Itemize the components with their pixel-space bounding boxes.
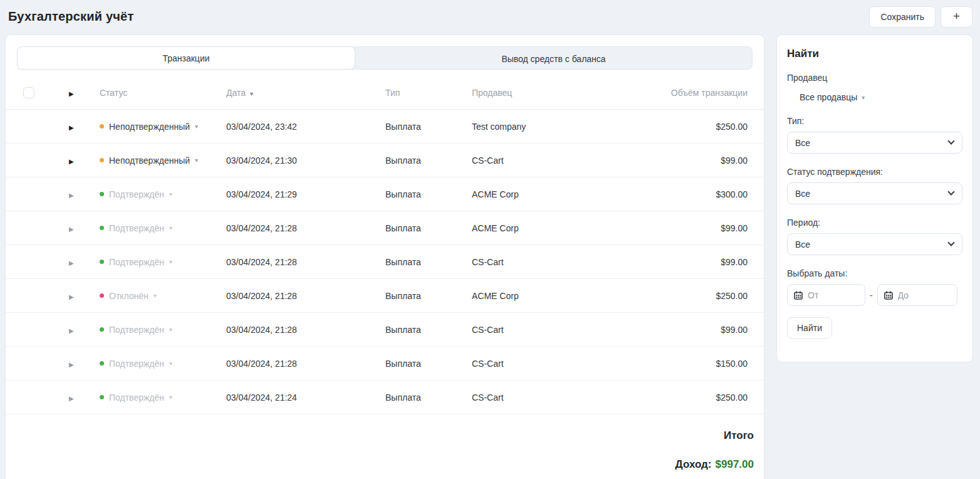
table-row: ▶ Отклонён ▾ 03/04/2024, 21:28 Выплата A… (6, 279, 764, 313)
approval-status-label: Статус подтверждения: (787, 167, 962, 177)
header-buttons: Сохранить + (869, 6, 972, 28)
expand-row-icon[interactable]: ▶ (69, 260, 74, 266)
table-header-row: ▶ Статус Дата▼ Тип Продавец Объём транза… (6, 76, 764, 110)
vendor-cell: ACME Corp (454, 189, 615, 199)
caret-down-icon: ▾ (169, 258, 172, 265)
date-cell: 03/04/2024, 21:29 (209, 189, 368, 199)
status-label: Подтверждён (109, 325, 164, 335)
type-cell: Выплата (368, 359, 454, 369)
vendor-cell: Test company (454, 122, 615, 132)
expand-row-icon[interactable]: ▶ (69, 395, 74, 402)
table-row: ▶ Неподтвержденный ▾ 03/04/2024, 23:42 В… (6, 110, 764, 144)
vendor-cell: CS-Cart (454, 392, 615, 403)
page-header: Бухгалтерский учёт Сохранить + (0, 0, 980, 34)
period-select-wrap: Все (787, 233, 962, 255)
date-cell: 03/04/2024, 21:28 (209, 325, 368, 335)
type-select[interactable]: Все (787, 132, 962, 154)
tab-withdrawals[interactable]: Вывод средств с баланса (355, 47, 752, 70)
amount-cell: $250.00 (615, 291, 764, 301)
income-value: $997.00 (716, 458, 754, 470)
date-cell: 03/04/2024, 23:42 (209, 122, 368, 132)
status-label: Подтверждён (109, 257, 164, 267)
approval-select-wrap: Все (787, 182, 962, 204)
caret-down-icon: ▾ (169, 191, 172, 197)
period-select[interactable]: Все (787, 233, 962, 255)
expand-row-icon[interactable]: ▶ (69, 293, 74, 300)
tab-transactions[interactable]: Транзакции (17, 46, 355, 70)
type-cell: Выплата (368, 392, 454, 403)
transactions-table: ▶ Статус Дата▼ Тип Продавец Объём транза… (6, 76, 764, 414)
transactions-panel: Транзакции Вывод средств с баланса ▶ Ста… (5, 34, 764, 479)
date-cell: 03/04/2024, 21:30 (209, 155, 368, 166)
status-dot-icon (100, 395, 104, 399)
add-button[interactable]: + (941, 6, 972, 28)
period-label: Период: (787, 218, 962, 228)
status-dropdown[interactable]: Неподтвержденный ▾ (82, 155, 209, 166)
expand-all-icon[interactable]: ▶ (69, 90, 74, 97)
type-cell: Выплата (368, 155, 454, 166)
select-all-checkbox[interactable] (23, 87, 34, 98)
amount-cell: $150.00 (615, 359, 764, 369)
status-dropdown[interactable]: Подтверждён ▾ (82, 359, 209, 369)
search-submit-button[interactable]: Найти (787, 317, 832, 339)
status-dot-icon (100, 293, 104, 298)
type-cell: Выплата (368, 122, 454, 132)
status-dropdown[interactable]: Подтверждён ▾ (82, 325, 209, 335)
date-cell: 03/04/2024, 21:28 (209, 359, 368, 369)
caret-down-icon: ▾ (154, 292, 157, 299)
date-to-input[interactable] (898, 290, 947, 300)
column-header-vendor: Продавец (454, 88, 615, 98)
table-row: ▶ Подтверждён ▾ 03/04/2024, 21:24 Выплат… (6, 381, 764, 414)
status-label: Подтверждён (109, 189, 164, 199)
expand-row-icon[interactable]: ▶ (69, 158, 74, 165)
amount-cell: $99.00 (615, 257, 764, 267)
expand-row-icon[interactable]: ▶ (69, 226, 74, 233)
expand-row-icon[interactable]: ▶ (69, 327, 74, 334)
status-label: Подтверждён (109, 223, 164, 233)
amount-cell: $99.00 (615, 155, 764, 166)
type-cell: Выплата (368, 223, 454, 233)
status-dropdown[interactable]: Неподтвержденный ▾ (82, 122, 209, 132)
status-dot-icon (100, 192, 104, 196)
expand-row-icon[interactable]: ▶ (69, 192, 74, 199)
date-to-field[interactable] (877, 284, 957, 306)
search-sidebar: Найти Продавец Все продавцы ▾ Тип: Все С… (776, 34, 973, 362)
type-cell: Выплата (368, 325, 454, 335)
column-header-status: Статус (82, 88, 209, 98)
page-title: Бухгалтерский учёт (8, 9, 133, 24)
tab-transactions-label: Транзакции (162, 53, 209, 63)
date-from-field[interactable] (787, 284, 865, 306)
vendor-dropdown[interactable]: Все продавцы ▾ (800, 92, 865, 102)
vendor-cell: ACME Corp (454, 291, 615, 301)
status-dropdown[interactable]: Подтверждён ▾ (82, 223, 209, 233)
status-label: Неподтвержденный (109, 122, 190, 132)
search-heading: Найти (787, 48, 962, 60)
status-label: Неподтвержденный (109, 155, 190, 166)
status-dot-icon (100, 327, 104, 332)
vendor-cell: CS-Cart (454, 155, 615, 166)
status-label: Отклонён (109, 291, 149, 301)
caret-down-icon: ▾ (169, 326, 172, 333)
status-dropdown[interactable]: Подтверждён ▾ (82, 392, 209, 403)
table-row: ▶ Подтверждён ▾ 03/04/2024, 21:28 Выплат… (6, 211, 764, 245)
date-cell: 03/04/2024, 21:28 (209, 223, 368, 233)
status-dot-icon (100, 361, 104, 366)
status-dropdown[interactable]: Отклонён ▾ (82, 291, 209, 301)
expand-row-icon[interactable]: ▶ (69, 361, 74, 368)
status-dropdown[interactable]: Подтверждён ▾ (82, 257, 209, 267)
caret-down-icon: ▾ (169, 360, 172, 367)
status-dropdown[interactable]: Подтверждён ▾ (82, 189, 209, 199)
date-from-input[interactable] (808, 290, 857, 300)
caret-down-icon: ▾ (195, 123, 198, 130)
column-header-date[interactable]: Дата▼ (209, 88, 368, 98)
status-dot-icon (100, 226, 104, 230)
expand-row-icon[interactable]: ▶ (69, 124, 74, 131)
date-cell: 03/04/2024, 21:28 (209, 291, 368, 301)
vendor-cell: ACME Corp (454, 223, 615, 233)
save-button[interactable]: Сохранить (869, 6, 936, 28)
status-dot-icon (100, 260, 104, 264)
table-row: ▶ Подтверждён ▾ 03/04/2024, 21:28 Выплат… (6, 245, 764, 279)
sort-desc-icon: ▼ (249, 91, 254, 97)
approval-status-select[interactable]: Все (787, 182, 962, 204)
status-dot-icon (100, 158, 104, 162)
